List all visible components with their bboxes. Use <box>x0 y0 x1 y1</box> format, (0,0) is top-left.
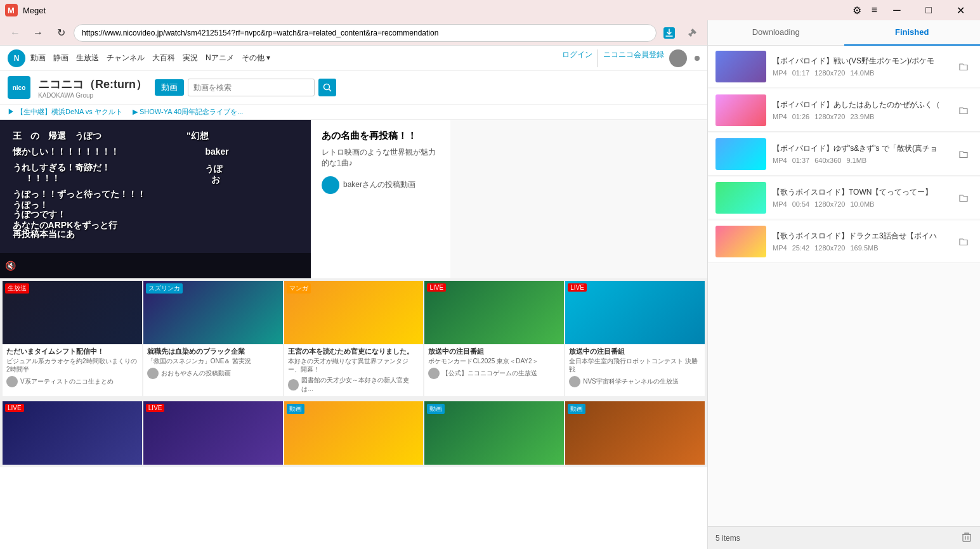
tab-downloading[interactable]: Downloading <box>708 20 844 46</box>
nav-link-encyclopedia[interactable]: 大百科 <box>152 53 175 63</box>
card-thumbnail: LIVE <box>424 281 564 344</box>
download-item-info: 【歌うボイスロイド】TOWN【てってってー】 MP4 00:54 1280x72… <box>773 188 948 208</box>
danmaku-text: "幻想 <box>186 131 209 142</box>
card-author-row: 図書館の天才少女～本好きの新人官吏は... <box>288 376 420 394</box>
content-card[interactable]: 生放送 ただいまタイムシフト配信中！ ビジュアル系カラオケを約2時間歌いまくりの… <box>3 281 142 396</box>
download-item-info: 【ボイパロイド】あしたはあしたのかぜがふく（ MP4 01:26 1280x72… <box>773 100 948 120</box>
card-subtitle: ポケモンカードCL2025 東京＜DAY2＞ <box>428 357 560 365</box>
video-danmaku-layer: 王 の 帰還 うぽつ 懐かしい！！！！！！！！ うれしすぎる！奇跡だ！ ！！！！… <box>0 120 311 253</box>
danmaku-text: うぽ <box>205 164 223 175</box>
dl-duration: 25:42 <box>792 244 810 252</box>
download-item: 【ボイパロイド】戦い(VS野生ポケモン)/ポケモ MP4 01:17 1280x… <box>708 46 980 88</box>
card-thumbnail: LIVE <box>3 401 142 465</box>
nico-service-logo: N <box>8 49 25 67</box>
nico-search-input[interactable] <box>188 79 315 96</box>
nico-category-button[interactable]: 動画 <box>155 79 184 96</box>
forward-button[interactable]: → <box>28 23 48 43</box>
download-items-count: 5 items <box>715 534 740 543</box>
url-input[interactable] <box>74 24 657 42</box>
card-info: 放送中の注目番組 全日本学生室内飛行ロボットコンテスト 決勝戦 NVS宇宙科学チ… <box>565 344 705 390</box>
dl-folder-button[interactable] <box>955 145 972 163</box>
download-item-thumbnail <box>715 138 766 170</box>
pin-icon[interactable] <box>682 23 702 43</box>
card-subtitle: 「救国のスネジンカ」ONE＆ 茜実況 <box>147 357 279 365</box>
refresh-button[interactable]: ↻ <box>51 23 71 43</box>
video-controls: 🔇 <box>0 253 311 278</box>
card-author-row: おおもやさんの投稿動画 <box>147 368 279 379</box>
download-item-meta: MP4 01:37 640x360 9.1MB <box>773 157 948 164</box>
nico-nav-links: 動画 静画 生放送 チャンネル 大百科 実況 Nアニメ その他 ▾ <box>30 53 270 63</box>
dl-folder-button[interactable] <box>955 101 972 119</box>
nico-content-grid-row1: 生放送 ただいまタイムシフト配信中！ ビジュアル系カラオケを約2時間歌いまくりの… <box>0 278 707 399</box>
nav-link-channel[interactable]: チャンネル <box>107 53 145 63</box>
nico-login-button[interactable]: ログイン <box>562 49 592 67</box>
rec-author-name: bakerさんの投稿動画 <box>343 179 415 190</box>
download-panel: Downloading Finished 【ボイパロイド】戦い(VS野生ポケモン… <box>707 20 980 549</box>
card-author-row: 【公式】ニコニコゲームの生放送 <box>428 368 560 379</box>
card-author-name: NVS宇宙科学チャンネルの生放送 <box>583 377 679 386</box>
nico-register-button[interactable]: ニコニコ会員登録 <box>598 49 664 67</box>
video-player[interactable]: 王 の 帰還 うぽつ 懐かしい！！！！！！！！ うれしすぎる！奇跡だ！ ！！！！… <box>0 120 311 278</box>
content-card[interactable]: マンガ 王宮の本を読むため官吏になりました。 本好きの天才が織りなす異世界ファン… <box>284 281 424 396</box>
download-icon[interactable] <box>659 23 679 43</box>
rec-title: あの名曲を再投稿！！ <box>322 130 440 142</box>
breadcrumb-item-1[interactable]: ▶ 【生中継】横浜DeNA vs ヤクルト <box>8 107 122 117</box>
dl-size: 23.9MB <box>850 113 874 120</box>
card-badge: 動画 <box>427 404 445 414</box>
download-item-meta: MP4 01:26 1280x720 23.9MB <box>773 113 948 120</box>
menu-icon[interactable]: ≡ <box>866 4 882 16</box>
video-recommendation-panel: あの名曲を再投稿！！ レトロ映画のような世界観が魅力的な1曲♪ bakerさんの… <box>311 120 450 278</box>
content-card[interactable]: LIVE 放送中の注目番組 ポケモンカードCL2025 東京＜DAY2＞ 【公式… <box>424 281 564 396</box>
dl-resolution: 1280x720 <box>814 244 845 252</box>
card-thumbnail: 動画 <box>565 401 705 465</box>
card-title: 王宮の本を読むため官吏になりました。 <box>288 347 420 356</box>
settings-icon[interactable]: ⚙ <box>847 4 866 16</box>
dl-folder-button[interactable] <box>955 58 972 75</box>
nico-search-button[interactable] <box>318 79 336 96</box>
nav-link-video[interactable]: 動画 <box>30 53 46 63</box>
card-author-icon <box>288 379 299 391</box>
nav-link-game[interactable]: 実況 <box>183 53 198 63</box>
download-item-thumbnail <box>715 94 766 126</box>
download-item-info: 【ボイパロイド】戦い(VS野生ポケモン)/ポケモ MP4 01:17 1280x… <box>773 56 948 77</box>
danmaku-text: 再投稿本当にあ <box>13 229 75 240</box>
minimize-button[interactable]: ─ <box>882 0 911 20</box>
browser-content[interactable]: N 動画 静画 生放送 チャンネル 大百科 実況 Nアニメ その他 ▾ ログイン… <box>0 46 707 549</box>
dl-folder-button[interactable] <box>955 189 972 207</box>
danmaku-text: ！！！！ <box>25 173 60 184</box>
tab-finished[interactable]: Finished <box>844 20 981 46</box>
content-card[interactable]: LIVE 放送中の注目番組 全日本学生室内飛行ロボットコンテスト 決勝戦 NVS… <box>565 281 705 396</box>
content-card[interactable]: 動画 <box>565 401 705 465</box>
close-button[interactable]: ✕ <box>946 0 975 20</box>
back-button[interactable]: ← <box>5 23 25 43</box>
breadcrumb-item-2[interactable]: ▶ SHOW-YA 40周年記念ライブを... <box>133 107 243 117</box>
dl-folder-button[interactable] <box>955 233 972 250</box>
content-card[interactable]: 動画 <box>424 401 564 465</box>
card-thumbnail: 動画 <box>424 401 564 465</box>
card-author-row: NVS宇宙科学チャンネルの生放送 <box>569 376 701 387</box>
content-card[interactable]: LIVE <box>3 401 142 465</box>
content-card[interactable]: LIVE <box>143 401 283 465</box>
content-card[interactable]: スズリンカ 就職先は血染めのブラック企業 「救国のスネジンカ」ONE＆ 茜実況 … <box>143 281 283 396</box>
card-info: ただいまタイムシフト配信中！ ビジュアル系カラオケを約2時間歌いまくりの2時間半… <box>3 344 142 390</box>
danmaku-text: うれしすぎる！奇跡だ！ <box>13 162 110 174</box>
card-badge: LIVE <box>568 283 587 292</box>
download-item-title: 【歌うボイスロイド】ドラクエ3話合せ【ボイハ <box>773 231 948 242</box>
nico-return-icon: nico <box>8 76 30 99</box>
nav-link-more[interactable]: その他 ▾ <box>242 53 270 63</box>
card-badge: スズリンカ <box>146 283 183 294</box>
download-item-meta: MP4 25:42 1280x720 169.5MB <box>773 244 948 252</box>
card-info: 王宮の本を読むため官吏になりました。 本好きの天才が織りなす異世界ファンタジー、… <box>284 344 424 396</box>
nav-link-illust[interactable]: 静画 <box>53 53 69 63</box>
video-mute-button[interactable]: 🔇 <box>5 261 16 271</box>
dl-resolution: 1280x720 <box>814 200 845 208</box>
maximize-button[interactable]: □ <box>914 0 943 20</box>
download-item: 【歌うボイスロイド】TOWN【てってってー】 MP4 00:54 1280x72… <box>708 177 980 219</box>
card-thumbnail: 動画 <box>284 401 424 465</box>
nav-link-anime[interactable]: Nアニメ <box>206 53 234 63</box>
content-card[interactable]: 動画 <box>284 401 424 465</box>
nav-link-live[interactable]: 生放送 <box>76 53 99 63</box>
download-item-info: 【ボイパロイド】ゆず's&きず's で「散状(真チョ MP4 01:37 640… <box>773 144 948 164</box>
delete-all-button[interactable] <box>961 531 972 545</box>
dl-size: 169.5MB <box>850 244 878 252</box>
